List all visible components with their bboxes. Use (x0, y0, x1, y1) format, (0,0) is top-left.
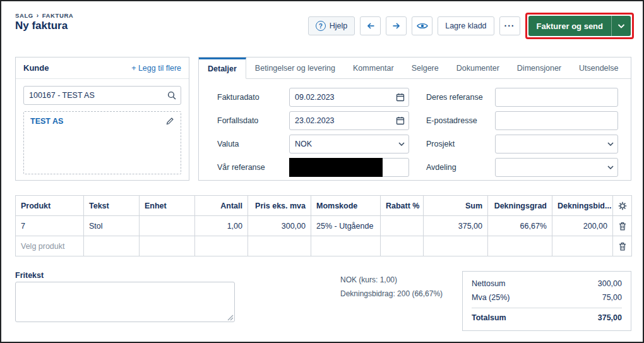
their-reference-value[interactable] (495, 88, 618, 107)
tab-dokumenter[interactable]: Dokumenter (448, 57, 508, 78)
trash-icon[interactable] (619, 242, 626, 251)
cell-dekningsgrad: 66,67% (488, 216, 552, 236)
table-header-row: Produkt Tekst Enhet Antall Pris eks. mva… (16, 196, 632, 216)
currency-value[interactable]: NOK (289, 135, 409, 153)
chevron-down-icon[interactable] (607, 142, 614, 146)
project-value[interactable] (495, 135, 618, 153)
freetext-input[interactable] (15, 282, 235, 322)
email-value[interactable] (495, 111, 618, 130)
cell-momskode[interactable]: 25% - Utgående (311, 216, 381, 236)
tab-detaljer[interactable]: Detaljer (199, 57, 246, 79)
department-select[interactable] (495, 158, 618, 177)
table-settings-cell (613, 196, 632, 216)
preview-button[interactable] (412, 16, 432, 35)
cell-sum: 375,00 (424, 216, 488, 236)
gear-icon[interactable] (618, 202, 627, 210)
our-reference-label: Vår referanse (217, 158, 289, 177)
tab-dimensjoner[interactable]: Dimensjoner (508, 57, 570, 78)
due-date-label: Forfallsdato (217, 111, 289, 130)
due-date-field[interactable]: 23.02.2023 (289, 111, 409, 130)
breadcrumb-faktura[interactable]: FAKTURA (42, 12, 74, 19)
tab-utsendelse[interactable]: Utsendelse (570, 57, 628, 78)
invoice-page: SALG › FAKTURA Ny faktura ? Hjelp (0, 0, 644, 343)
col-antall: Antall (195, 196, 248, 216)
redaction-overlay (289, 158, 383, 177)
invoice-details-panel: Detaljer Betingelser og levering Komment… (198, 57, 631, 181)
invoice-and-send-button[interactable]: Fakturer og send (528, 16, 631, 36)
total-sum-value: 375,00 (598, 311, 622, 325)
contribution-info: Dekningsbidrag: 200 (66,67%) (340, 287, 443, 301)
arrow-left-icon (366, 22, 375, 30)
tab-betingelser-og-levering[interactable]: Betingelser og levering (246, 57, 344, 78)
summary-divider (472, 308, 622, 308)
breadcrumb-separator: › (37, 12, 39, 19)
col-dekningsbidrag: Dekningsbid... (552, 196, 613, 216)
cell-empty[interactable] (248, 236, 311, 256)
invoice-and-send-dropdown[interactable] (611, 16, 631, 36)
help-button[interactable]: ? Hjelp (308, 16, 355, 35)
cell-rabatt[interactable] (381, 216, 424, 236)
new-product-placeholder: Velg produkt (21, 242, 65, 251)
pencil-icon[interactable] (166, 117, 174, 125)
more-actions-button[interactable]: ··· (499, 16, 520, 35)
tab-bar: Detaljer Betingelser og levering Komment… (199, 57, 631, 79)
more-icon: ··· (504, 21, 515, 31)
save-draft-button[interactable]: Lagre kladd (438, 16, 494, 35)
their-reference-label: Deres referanse (409, 88, 495, 107)
trash-icon[interactable] (619, 222, 626, 231)
total-sum-row: Totalsum 375,00 (472, 311, 622, 325)
row-actions-cell (613, 236, 632, 256)
customer-name-link[interactable]: TEST AS (30, 117, 63, 126)
freetext-area (15, 282, 235, 322)
product-table: Produkt Tekst Enhet Antall Pris eks. mva… (15, 195, 632, 256)
net-sum-value: 300,00 (598, 277, 622, 291)
cell-empty[interactable] (195, 236, 248, 256)
currency-rate-info: NOK (kurs: 1,00) (340, 273, 443, 287)
our-reference-field[interactable] (289, 158, 409, 177)
breadcrumb-salg[interactable]: SALG (15, 12, 33, 19)
tab-kommentar[interactable]: Kommentar (344, 57, 403, 78)
tab-selgere[interactable]: Selgere (403, 57, 448, 78)
chevron-down-icon[interactable] (398, 142, 405, 146)
calendar-icon[interactable] (396, 93, 405, 102)
cell-empty (552, 236, 613, 256)
add-more-customers-link[interactable]: + Legg til flere (131, 64, 181, 73)
resize-handle-icon[interactable] (227, 315, 234, 321)
calculation-info: NOK (kurs: 1,00) Dekningsbidrag: 200 (66… (340, 273, 443, 301)
col-rabatt: Rabatt % (381, 196, 424, 216)
cell-empty[interactable] (381, 236, 424, 256)
department-value[interactable] (495, 158, 618, 177)
customer-panel-title: Kunde (23, 63, 49, 73)
calendar-icon[interactable] (396, 116, 405, 125)
cell-velg-produkt[interactable]: Velg produkt (16, 236, 84, 256)
cell-tekst[interactable]: Stol (84, 216, 140, 236)
forward-button[interactable] (386, 16, 407, 35)
invoice-date-value[interactable]: 09.02.2023 (289, 88, 409, 107)
col-tekst: Tekst (84, 196, 140, 216)
chevron-down-icon[interactable] (607, 165, 614, 169)
chevron-down-icon (617, 24, 625, 28)
their-reference-field[interactable] (495, 88, 618, 107)
eye-icon (417, 22, 428, 30)
search-icon[interactable] (167, 91, 176, 100)
email-field[interactable] (495, 111, 618, 130)
department-label: Avdeling (409, 158, 495, 177)
back-button[interactable] (360, 16, 381, 35)
cell-empty[interactable] (84, 236, 140, 256)
cell-empty[interactable] (140, 236, 195, 256)
freetext-label: Fritekst (15, 271, 44, 280)
cell-antall[interactable]: 1,00 (195, 216, 248, 236)
customer-search-input[interactable] (23, 86, 181, 105)
col-produkt: Produkt (16, 196, 84, 216)
cell-produkt[interactable]: 7 (16, 216, 84, 236)
cell-empty[interactable] (311, 236, 381, 256)
cell-dekningsbidrag: 200,00 (552, 216, 613, 236)
due-date-value[interactable]: 23.02.2023 (289, 111, 409, 130)
invoice-date-field[interactable]: 09.02.2023 (289, 88, 409, 107)
currency-label: Valuta (217, 135, 289, 153)
cell-enhet[interactable] (140, 216, 195, 236)
col-enhet: Enhet (140, 196, 195, 216)
cell-pris[interactable]: 300,00 (248, 216, 311, 236)
project-select[interactable] (495, 135, 618, 153)
currency-select[interactable]: NOK (289, 135, 409, 153)
